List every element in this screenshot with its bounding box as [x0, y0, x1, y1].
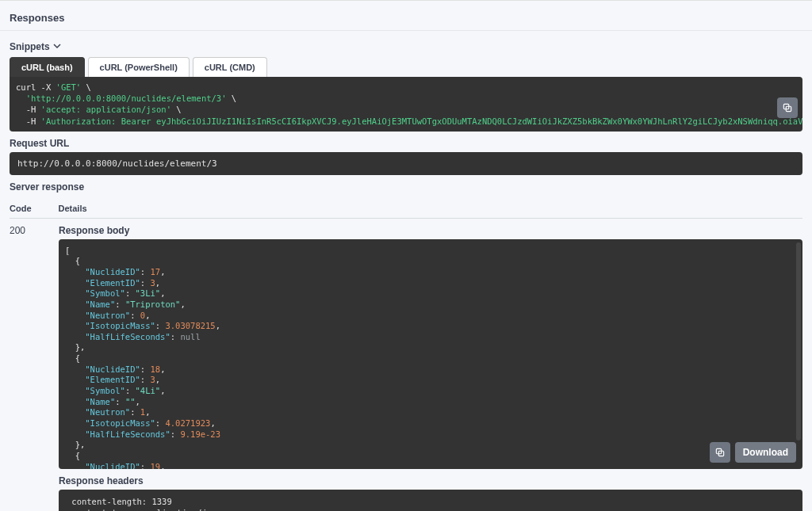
copy-icon[interactable] [777, 97, 798, 118]
curl-text: \ [171, 105, 182, 114]
response-headers-block: content-length: 1339 content-type: appli… [59, 490, 802, 511]
col-details: Details [59, 204, 87, 213]
divider [0, 30, 812, 31]
request-url-label: Request URL [10, 138, 802, 149]
snippet-tabs: cURL (bash) cURL (PowerShell) cURL (CMD) [10, 57, 802, 77]
curl-text: -H [16, 116, 41, 126]
curl-text: \ [227, 93, 237, 103]
server-response-label: Server response [10, 181, 802, 193]
tab-curl-powershell[interactable]: cURL (PowerShell) [88, 57, 190, 77]
response-headers-label: Response headers [59, 475, 802, 486]
responses-heading: Responses [10, 1, 802, 30]
curl-method: 'GET' [56, 82, 82, 92]
col-code: Code [10, 204, 32, 213]
curl-text: \ [81, 82, 91, 92]
curl-text: curl -X [16, 82, 56, 92]
snippets-toggle[interactable]: Snippets [10, 41, 61, 52]
response-body-block[interactable]: [ { "NuclideID": 17, "ElementID": 3, "Sy… [59, 239, 802, 469]
curl-snippet-block: curl -X 'GET' \ 'http://0.0.0.0:8000/nuc… [10, 77, 802, 132]
tab-curl-bash[interactable]: cURL (bash) [10, 57, 85, 77]
curl-text: -H [16, 105, 41, 114]
chevron-down-icon [53, 41, 61, 52]
response-json: [ { "NuclideID": 17, "ElementID": 3, "Sy… [65, 246, 796, 469]
response-body-label: Response body [59, 225, 802, 236]
download-button[interactable]: Download [735, 442, 796, 463]
curl-header-accept: 'accept: application/json' [41, 105, 171, 114]
curl-url: 'http://0.0.0.0:8000/nuclides/element/3' [26, 93, 227, 103]
response-table-header: Code Details [10, 197, 802, 219]
status-code: 200 [10, 225, 59, 511]
request-url-value: http://0.0.0.0:8000/nuclides/element/3 [10, 152, 802, 175]
snippets-label: Snippets [10, 41, 50, 52]
scrollbar[interactable] [796, 242, 801, 440]
copy-icon[interactable] [710, 442, 730, 463]
curl-header-auth: 'Authorization: Bearer eyJhbGciOiJIUzI1N… [41, 116, 802, 126]
tab-curl-cmd[interactable]: cURL (CMD) [193, 57, 267, 77]
curl-text [16, 93, 26, 103]
